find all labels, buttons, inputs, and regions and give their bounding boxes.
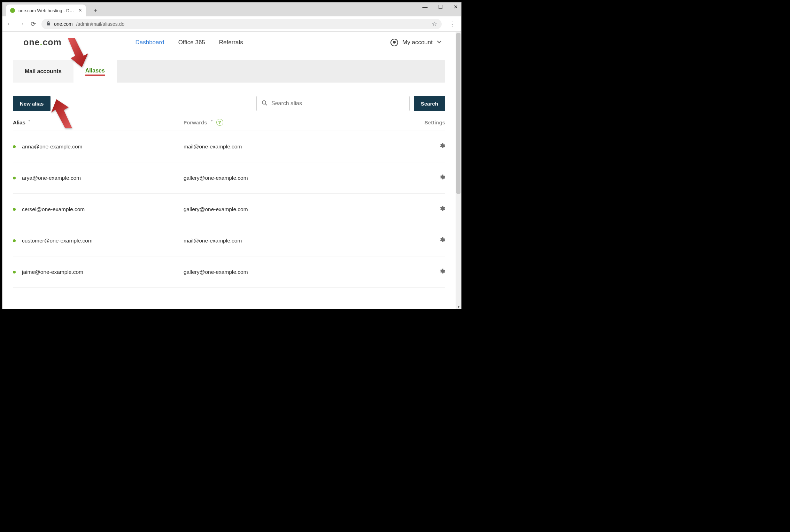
nav-back-icon[interactable]: ←: [6, 20, 13, 28]
nav-office365[interactable]: Office 365: [178, 39, 205, 46]
search-icon: [262, 100, 267, 107]
logo-right: com: [42, 37, 61, 47]
tab-mail-accounts-label: Mail accounts: [25, 68, 62, 75]
omnibox-path: /admin/mail/aliases.do: [76, 21, 125, 27]
search-alias-wrapper: [256, 96, 410, 111]
user-icon: [390, 39, 398, 46]
account-menu[interactable]: My account: [390, 39, 442, 46]
col-header-alias[interactable]: Alias ˅: [13, 119, 184, 125]
chevron-down-icon: ˅: [211, 120, 213, 125]
close-tab-icon[interactable]: ×: [79, 7, 82, 14]
tab-aliases-label: Aliases: [85, 68, 105, 76]
lock-icon: [46, 21, 51, 27]
status-dot-icon: [13, 145, 16, 148]
gear-icon[interactable]: [440, 175, 445, 181]
chevron-down-icon: [437, 39, 442, 46]
alias-email: arya@one-example.com: [22, 175, 81, 181]
logo-left: one: [23, 37, 40, 47]
viewport-scrollbar[interactable]: ▾: [456, 32, 461, 309]
bookmark-star-icon[interactable]: ☆: [432, 21, 437, 27]
tab-aliases[interactable]: Aliases: [73, 60, 117, 83]
col-header-alias-label: Alias: [13, 119, 25, 125]
window-minimize-icon[interactable]: —: [421, 4, 428, 10]
svg-point-0: [262, 101, 266, 104]
col-header-settings: Settings: [410, 119, 445, 125]
table-row: jaime@one-example.comgallery@one-example…: [13, 256, 445, 288]
alias-email: customer@one-example.com: [22, 238, 93, 244]
status-dot-icon: [13, 208, 16, 211]
main-nav: Dashboard Office 365 Referrals: [135, 39, 243, 46]
scrollbar-thumb[interactable]: [456, 33, 460, 194]
omnibox[interactable]: one.com/admin/mail/aliases.do ☆: [41, 19, 442, 29]
new-tab-button[interactable]: +: [91, 6, 100, 15]
tab-mail-accounts[interactable]: Mail accounts: [13, 60, 73, 83]
nav-referrals[interactable]: Referrals: [219, 39, 243, 46]
gear-icon[interactable]: [440, 238, 445, 244]
alias-email: anna@one-example.com: [22, 144, 82, 150]
table-row: cersei@one-example.comgallery@one-exampl…: [13, 194, 445, 225]
forwards-email: mail@one-example.com: [184, 144, 242, 150]
alias-email: cersei@one-example.com: [22, 206, 85, 213]
search-alias-input[interactable]: [271, 100, 404, 107]
browser-menu-icon[interactable]: ⋮: [447, 20, 458, 28]
forwards-email: gallery@one-example.com: [184, 206, 248, 213]
chevron-down-icon: ˅: [28, 120, 30, 125]
account-label: My account: [402, 39, 433, 46]
titlebar: one.com Web hosting - Domain × + — ☐ ✕: [2, 2, 461, 16]
tab-title: one.com Web hosting - Domain: [18, 8, 75, 13]
status-dot-icon: [13, 271, 16, 273]
window-maximize-icon[interactable]: ☐: [437, 4, 444, 10]
status-dot-icon: [13, 177, 16, 179]
help-icon[interactable]: ?: [216, 119, 223, 126]
nav-dashboard[interactable]: Dashboard: [135, 39, 164, 46]
address-bar: ← → ⟳ one.com/admin/mail/aliases.do ☆ ⋮: [2, 16, 461, 32]
search-button[interactable]: Search: [414, 96, 445, 111]
alias-email: jaime@one-example.com: [22, 269, 83, 275]
aliases-table: Alias ˅ Forwards ˅ ? Settings: [13, 119, 445, 288]
table-row: arya@one-example.comgallery@one-example.…: [13, 162, 445, 194]
search-button-label: Search: [421, 101, 438, 107]
tab-favicon: [10, 8, 15, 13]
table-row: customer@one-example.commail@one-example…: [13, 225, 445, 256]
svg-line-1: [265, 104, 267, 105]
forwards-email: gallery@one-example.com: [184, 175, 248, 181]
scrollbar-down-icon[interactable]: ▾: [456, 305, 461, 309]
gear-icon[interactable]: [440, 207, 445, 213]
omnibox-host: one.com: [54, 21, 73, 27]
page-content: one.com Dashboard Office 365 Referrals M…: [2, 32, 456, 309]
col-header-forwards-label: Forwards: [184, 119, 207, 125]
gear-icon[interactable]: [440, 269, 445, 275]
window-close-icon[interactable]: ✕: [452, 4, 459, 10]
nav-forward-icon[interactable]: →: [18, 20, 25, 28]
browser-window: one.com Web hosting - Domain × + — ☐ ✕ ←…: [2, 2, 462, 309]
gear-icon[interactable]: [440, 144, 445, 150]
status-dot-icon: [13, 239, 16, 242]
browser-tab[interactable]: one.com Web hosting - Domain ×: [6, 5, 86, 16]
nav-reload-icon[interactable]: ⟳: [30, 20, 37, 28]
logo[interactable]: one.com: [23, 37, 62, 47]
col-header-forwards[interactable]: Forwards ˅ ?: [184, 119, 410, 126]
new-alias-button[interactable]: New alias: [13, 96, 51, 111]
site-header: one.com Dashboard Office 365 Referrals M…: [2, 32, 456, 53]
new-alias-label: New alias: [20, 101, 44, 107]
table-row: anna@one-example.commail@one-example.com: [13, 131, 445, 162]
section-tabs: Mail accounts Aliases: [13, 60, 445, 83]
forwards-email: mail@one-example.com: [184, 238, 242, 244]
col-header-settings-label: Settings: [425, 119, 445, 125]
forwards-email: gallery@one-example.com: [184, 269, 248, 275]
